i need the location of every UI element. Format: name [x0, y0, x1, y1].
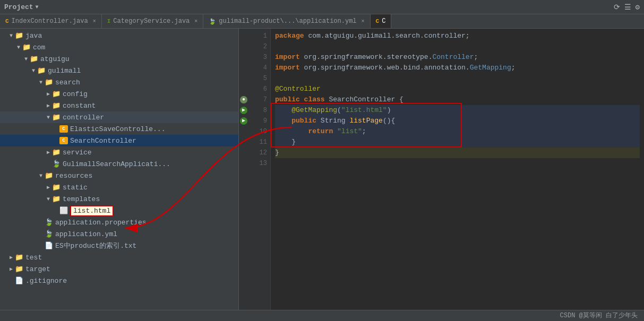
tab-label: gulimall-product\...\application.yml [219, 18, 356, 25]
item-label: controller [63, 114, 104, 122]
tree-item-list-html[interactable]: ⬜ list.html [0, 205, 238, 216]
java-icon: C [5, 18, 9, 24]
tab-bar: C IndexController.java × I CategoryServi… [0, 14, 644, 29]
tree-item-search[interactable]: 📁 search [0, 76, 238, 88]
arrow-icon [37, 80, 45, 85]
gutter-line-7: ● [239, 94, 250, 105]
arrow-icon [15, 45, 22, 50]
tree-item-gitignore[interactable]: 📄 .gitignore [0, 275, 238, 287]
tree-item-config[interactable]: 📁 config [0, 88, 238, 100]
spring-icon: 🍃 [52, 160, 61, 168]
code-line-4: import org.springframework.web.bind.anno… [275, 63, 640, 73]
folder-icon: 📁 [37, 66, 46, 75]
gitignore-icon: 📄 [15, 276, 23, 285]
project-label: Project [4, 3, 33, 11]
tree-item-test[interactable]: 📁 test [0, 251, 238, 263]
spring-file-icon: 🍃 [45, 218, 53, 227]
arrow-icon [7, 254, 15, 261]
folder-icon: 📁 [52, 148, 61, 157]
tree-item-app-yml[interactable]: 🍃 application.yml [0, 228, 238, 240]
status-text: CSDN @莫等闲 白了少年头 [560, 311, 638, 320]
gutter-line-8: ▶ [239, 105, 250, 116]
tree-item-elastic[interactable]: C ElasticSaveControlle... [0, 123, 238, 135]
gutter-line-1 [239, 31, 250, 41]
run-icon[interactable]: ▶ [240, 117, 247, 125]
item-label: search [55, 79, 80, 86]
close-icon[interactable]: × [362, 19, 365, 24]
tab-label: IndexController.java [12, 18, 88, 25]
tree-item-search-controller[interactable]: C SearchController [0, 135, 238, 146]
code-line-5 [275, 73, 640, 84]
tree-item-resources[interactable]: 📁 resources [0, 170, 238, 181]
tab-search-controller[interactable]: C C [371, 14, 392, 28]
code-line-11: } [275, 137, 640, 148]
folder-icon: 📁 [52, 113, 61, 122]
code-line-9: public String listPage(){ [275, 116, 640, 126]
tree-item-constant[interactable]: 📁 constant [0, 100, 238, 111]
item-label: ElasticSaveControlle... [70, 125, 165, 133]
tree-item-controller[interactable]: 📁 controller [0, 111, 238, 123]
top-bar: Project ▼ ⟳ ☰ ⚙ [0, 0, 644, 14]
tab-index-controller[interactable]: C IndexController.java × [0, 14, 102, 28]
tree-item-com[interactable]: 📁 com [0, 41, 238, 53]
folder-icon: 📁 [52, 195, 61, 203]
left-gutter: ● ▶ ▶ [239, 29, 250, 310]
project-tree[interactable]: 📁 java 📁 com 📁 atguigu [0, 29, 238, 310]
line-num-4: 4 [250, 63, 267, 73]
item-label: list.html [70, 205, 114, 216]
line-num-1: 1 [250, 31, 267, 41]
item-label: application.yml [55, 230, 117, 238]
java-icon: C [376, 18, 380, 24]
service-icon: I [107, 18, 111, 24]
line-numbers: 1 2 3 4 5 6 7 8 9 10 11 12 13 [250, 29, 271, 310]
gutter-line-13 [239, 158, 250, 169]
item-label: constant [63, 102, 96, 110]
run-icon[interactable]: ▶ [240, 107, 247, 114]
gutter-line-6 [239, 84, 250, 94]
item-label: ES中product的索引.txt [55, 241, 136, 250]
spring-run-icon[interactable]: ● [240, 96, 247, 103]
sync-icon[interactable]: ⟳ [614, 3, 620, 12]
tree-item-gulimall-app[interactable]: 🍃 GulimallSearchApplicati... [0, 158, 238, 170]
arrow-icon [22, 56, 30, 62]
close-icon[interactable]: × [194, 19, 198, 24]
arrow-icon [37, 173, 45, 179]
arrow-icon [45, 184, 52, 190]
gutter-line-9: ▶ [239, 116, 250, 126]
code-area[interactable]: ● ▶ ▶ 1 2 3 [239, 29, 644, 310]
code-line-3: import org.springframework.stereotype.Co… [275, 52, 640, 63]
tree-item-java[interactable]: 📁 java [0, 30, 238, 41]
html-file-icon: ⬜ [59, 206, 68, 215]
tree-item-app-props[interactable]: 🍃 application.properties [0, 216, 238, 228]
tab-application-yml[interactable]: 🍃 gulimall-product\...\application.yml × [203, 14, 370, 28]
java-class-icon: C [59, 137, 68, 144]
tree-item-atguigu[interactable]: 📁 atguigu [0, 53, 238, 65]
item-label: test [25, 254, 42, 262]
settings-icon[interactable]: ⚙ [636, 3, 640, 12]
tree-item-target[interactable]: 📁 target [0, 263, 238, 275]
gutter-line-4 [239, 63, 250, 73]
folder-icon: 📁 [52, 183, 61, 192]
line-num-13: 13 [250, 158, 267, 169]
java-class-icon: C [59, 125, 68, 133]
item-label: gulimall [48, 67, 81, 75]
tree-item-static[interactable]: 📁 static [0, 181, 238, 193]
status-bar: CSDN @莫等闲 白了少年头 [0, 310, 644, 321]
close-icon[interactable]: × [93, 19, 96, 24]
tree-item-templates[interactable]: 📁 templates [0, 193, 238, 205]
line-num-11: 11 [250, 137, 267, 148]
dropdown-arrow[interactable]: ▼ [36, 4, 39, 10]
line-num-6: 6 [250, 84, 267, 94]
menu-icon[interactable]: ☰ [624, 3, 631, 12]
tab-category-service[interactable]: I CategoryService.java × [102, 14, 204, 28]
folder-icon: 📁 [52, 101, 61, 110]
line-num-10: 10 [250, 126, 267, 137]
main-layout: 📁 java 📁 com 📁 atguigu [0, 29, 644, 310]
tree-item-es-txt[interactable]: 📄 ES中product的索引.txt [0, 240, 238, 251]
item-label: GulimallSearchApplicati... [63, 160, 170, 168]
tree-item-service[interactable]: 📁 service [0, 146, 238, 158]
tree-item-gulimall[interactable]: 📁 gulimall [0, 65, 238, 76]
code-content[interactable]: package com.atguigu.gulimall.search.cont… [271, 29, 644, 310]
arrow-icon [45, 102, 52, 109]
code-line-7: public class SearchController { [275, 94, 640, 105]
